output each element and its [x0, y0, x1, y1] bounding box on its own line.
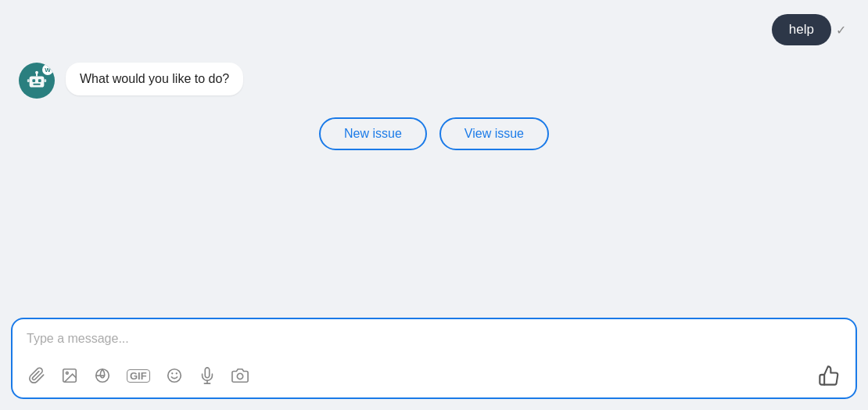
action-buttons-row: New issue View issue	[19, 117, 849, 150]
emoji-icon	[166, 367, 183, 384]
svg-rect-6	[27, 79, 30, 82]
gif-icon: GIF	[127, 369, 150, 383]
avatar: W	[19, 63, 55, 99]
new-issue-button[interactable]: New issue	[319, 117, 427, 150]
view-issue-button[interactable]: View issue	[439, 117, 549, 150]
w-badge: W	[42, 64, 53, 75]
svg-rect-0	[30, 76, 45, 87]
sticker-button[interactable]	[88, 362, 117, 389]
toolbar: GIF	[13, 357, 855, 397]
svg-rect-1	[32, 79, 35, 82]
svg-point-17	[237, 373, 242, 379]
bot-message-row: W What would you like to do?	[19, 63, 849, 99]
svg-point-9	[66, 372, 68, 374]
bot-question-text: What would you like to do?	[80, 72, 229, 85]
attachment-button[interactable]	[22, 362, 52, 389]
thumbs-up-icon	[818, 365, 840, 387]
attachment-icon	[28, 367, 45, 384]
camera-icon	[231, 367, 249, 384]
checkmark-icon: ✓	[836, 23, 846, 38]
sticker-icon	[94, 367, 111, 384]
svg-rect-3	[33, 84, 40, 85]
input-area: GIF	[11, 318, 857, 399]
messages-area: W What would you like to do? New issue V…	[0, 0, 868, 318]
camera-button[interactable]	[225, 362, 255, 389]
svg-point-12	[167, 369, 181, 383]
bot-message-bubble: What would you like to do?	[66, 63, 243, 95]
emoji-button[interactable]	[160, 362, 189, 389]
svg-rect-2	[38, 79, 41, 82]
message-input[interactable]	[13, 319, 855, 357]
microphone-icon	[199, 367, 216, 384]
image-button[interactable]	[55, 362, 84, 389]
svg-point-5	[35, 71, 38, 74]
thumbs-up-button[interactable]	[812, 361, 846, 390]
microphone-button[interactable]	[192, 362, 222, 389]
chat-container: help ✓	[0, 0, 868, 410]
help-button[interactable]: help	[772, 14, 831, 45]
toolbar-icons: GIF	[22, 362, 810, 389]
image-icon	[61, 367, 78, 384]
help-button-area: help ✓	[772, 14, 846, 45]
svg-rect-7	[44, 79, 46, 82]
gif-button[interactable]: GIF	[120, 365, 156, 387]
